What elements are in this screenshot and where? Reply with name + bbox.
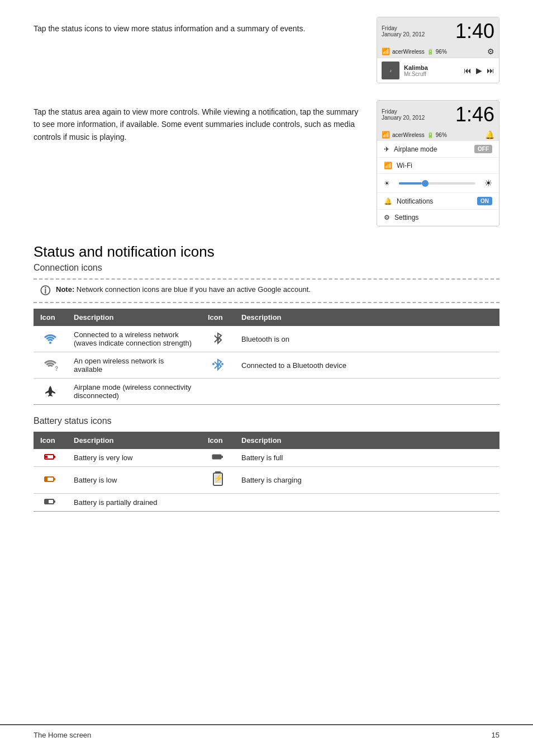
airplane-toggle[interactable]: OFF [474,145,492,153]
svg-rect-5 [54,456,55,458]
phone1-battery-pct: 96% [436,49,447,55]
section1-text: Tap the status icons to view more status… [34,17,360,35]
wifi-row-left: 📶 Wi-Fi [384,162,412,169]
phone1-time: 1:40 [455,20,494,43]
note-icon: ⓘ [40,284,50,297]
footer-right: 15 [492,731,499,739]
phone1-date-area: Friday January 20, 2012 [382,25,425,37]
batt-th-icon2: Icon [201,432,235,449]
batt-th-desc1: Description [67,432,201,449]
wifi-menu-row[interactable]: 📶 Wi-Fi [377,158,499,174]
notification-icon: 🔔 [485,130,494,139]
conn-row1-desc1: Connected to a wireless network (waves i… [67,326,201,352]
settings-row[interactable]: ⚙ Settings [377,210,499,226]
footer: The Home screen 15 [0,724,533,745]
phone2-wifi-label: acerWireless [392,132,425,138]
wifi-icon: 📶 [382,48,390,55]
phone2-date: January 20, 2012 [382,115,425,121]
phone1-wifi-bar: 📶 acerWireless 🔋 96% ⚙ [377,45,499,58]
airplane-mode-label: Airplane mode [394,145,437,153]
settings-icon: ⚙ [384,214,390,221]
airplane-mode-icon [44,385,56,397]
phone-mockup-1: Friday January 20, 2012 1:40 📶 acerWirel… [377,17,499,83]
table-row: Battery is partially drained [34,494,499,512]
conn-row3-desc2 [235,379,499,405]
notifications-icon: 🔔 [384,197,392,205]
note-body: Network connection icons are blue if you… [74,285,311,294]
batt-row1-desc2: Battery is full [235,449,499,467]
table-row: Connected to a wireless network (waves i… [34,326,499,352]
batt-row2-icon1 [34,467,67,494]
next-track-icon[interactable]: ⏭ [487,66,494,75]
play-icon[interactable]: ▶ [476,66,482,75]
phone1-date: January 20, 2012 [382,31,425,37]
brightness-dot [422,180,429,187]
page-content: Tap the status icons to view more status… [0,0,533,556]
media-controls[interactable]: ⏮ ▶ ⏭ [464,66,494,75]
batt-row3-desc2 [235,494,499,512]
media-thumbnail: ♪ [382,62,399,79]
notifications-toggle[interactable]: ON [477,197,492,205]
svg-point-0 [49,342,51,344]
section1: Tap the status icons to view more status… [34,17,499,83]
batt-th-desc2: Description [235,432,499,449]
phone2-battery-pct: 96% [436,132,447,138]
svg-rect-17 [54,500,55,503]
conn-row1-icon2 [201,326,235,352]
table-row: Airplane mode (wireless connectivity dis… [34,379,499,405]
airplane-mode-row[interactable]: ✈ Airplane mode OFF [377,141,499,158]
brightness-icon: ☀ [384,179,390,187]
phone2-date-area: Friday January 20, 2012 [382,108,425,121]
prev-track-icon[interactable]: ⏮ [464,66,472,75]
conn-row3-desc1: Airplane mode (wireless connectivity dis… [67,379,201,405]
wifi-menu-label: Wi-Fi [397,162,412,169]
airplane-row-left: ✈ Airplane mode [384,145,437,153]
phone2-status-bar: Friday January 20, 2012 1:46 [377,101,499,129]
phone1-wifi-label: acerWireless [392,49,425,55]
connection-table: Icon Description Icon Description Connec… [34,309,499,405]
phone2-wifi-bar: 📶 acerWireless 🔋 96% 🔔 [377,129,499,141]
note-bold: Note: [56,285,74,294]
phone-mockup-2: Friday January 20, 2012 1:46 📶 acerWirel… [377,100,499,226]
battery-icon-small-2: 🔋 [427,132,434,138]
footer-left: The Home screen [34,731,91,739]
conn-row3-icon2 [201,379,235,405]
brightness-row[interactable]: ☀ ☀ [377,174,499,193]
note-text: Note: Network connection icons are blue … [56,284,311,295]
phone2-time: 1:46 [455,103,494,126]
airplane-mode-icon: ✈ [384,145,389,153]
conn-th-icon1: Icon [34,309,67,326]
svg-text:?: ? [55,366,58,371]
conn-th-icon2: Icon [201,309,235,326]
batt-row3-desc1: Battery is partially drained [67,494,201,512]
bluetooth-connected-icon [212,358,223,371]
wifi-menu-icon: 📶 [384,162,392,169]
settings-label: Settings [394,214,418,221]
batt-row1-desc1: Battery is very low [67,449,201,467]
batt-row1-icon2 [201,449,235,467]
note-box: ⓘ Note: Network connection icons are blu… [34,278,499,303]
brightness-slider[interactable] [399,182,475,185]
notifications-row[interactable]: 🔔 Notifications ON [377,193,499,210]
conn-row2-icon2 [201,352,235,379]
bluetooth-icon [212,332,223,344]
battery-full-icon [212,453,224,460]
notifications-row-left: 🔔 Notifications [384,197,433,205]
battery-icon-small: 🔋 [427,49,434,55]
phone1-day: Friday [382,25,425,31]
connection-subtitle: Connection icons [34,263,499,273]
battery-very-low-icon [44,453,56,460]
music-note-icon: ♪ [389,68,392,73]
conn-row2-desc2: Connected to a Bluetooth device [235,352,499,379]
conn-th-desc2: Description [235,309,499,326]
conn-th-desc1: Description [67,309,201,326]
table-row: ? An open wireless network is available … [34,352,499,379]
phone1-status-bar: Friday January 20, 2012 1:40 [377,17,499,45]
battery-charging-icon: ⚡ [213,471,223,487]
conn-row2-icon1: ? [34,352,67,379]
brightness-row-left: ☀ ☀ [384,178,492,188]
section2-text: Tap the status area again to view more c… [34,100,360,143]
brightness-high-icon: ☀ [484,178,492,188]
svg-rect-8 [221,456,223,458]
battery-table: Icon Description Icon Description Batter… [34,432,499,512]
